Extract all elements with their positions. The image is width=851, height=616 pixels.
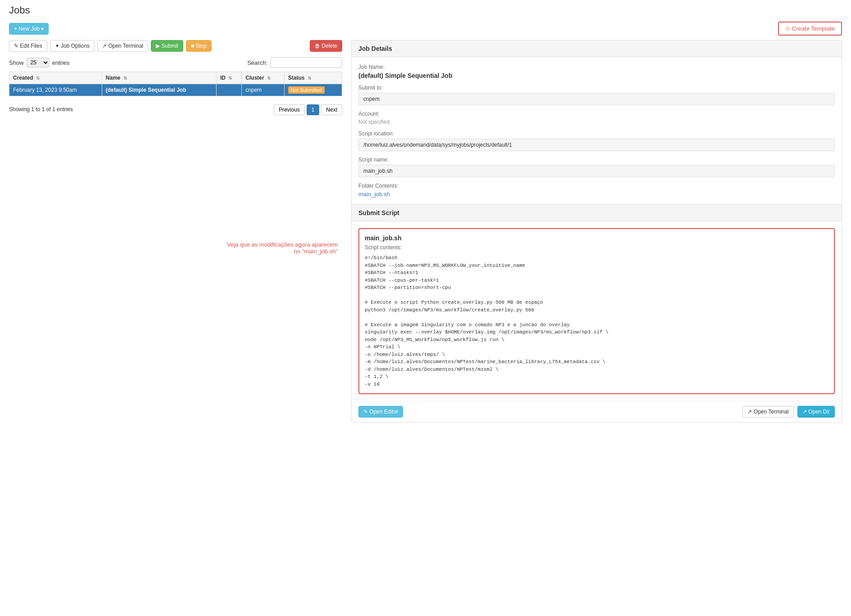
table-row[interactable]: February 13, 2023 9:50am (default) Simpl… bbox=[9, 84, 342, 96]
job-details-body: Job Name: (default) Simple Sequential Jo… bbox=[352, 57, 842, 204]
folder-file-link[interactable]: main_job.sh bbox=[358, 191, 390, 198]
script-right-actions: ↗ Open Terminal ↗ Open Dir bbox=[742, 406, 835, 418]
next-button[interactable]: Next bbox=[321, 104, 342, 115]
edit-files-button[interactable]: ✎ Edit Files bbox=[9, 40, 47, 52]
col-cluster[interactable]: Cluster ⇅ bbox=[242, 72, 284, 84]
submit-to-label: Submit to: bbox=[358, 85, 835, 91]
annotation-text: Veja que as modificações agora aparecemn… bbox=[227, 241, 338, 255]
entries-label: entries bbox=[52, 59, 70, 66]
job-options-button[interactable]: ✦ Job Options bbox=[50, 40, 95, 52]
sort-icon-id: ⇅ bbox=[228, 76, 232, 81]
job-name-label: Job Name: bbox=[358, 64, 835, 70]
previous-button[interactable]: Previous bbox=[274, 104, 305, 115]
account-label: Account: bbox=[358, 111, 835, 117]
col-name[interactable]: Name ⇅ bbox=[102, 72, 216, 84]
sort-icon-cluster: ⇅ bbox=[267, 76, 271, 81]
sort-icon-status: ⇅ bbox=[308, 76, 311, 81]
sort-icon-name: ⇅ bbox=[123, 76, 127, 81]
left-panel: ✎ Edit Files ✦ Job Options ↗ Open Termin… bbox=[9, 40, 351, 423]
page-1-button[interactable]: 1 bbox=[307, 104, 320, 115]
account-value: Not specified bbox=[358, 119, 835, 125]
open-dir-button[interactable]: ↗ Open Dir bbox=[797, 406, 835, 418]
script-contents-label: Script contents: bbox=[365, 244, 828, 251]
col-created[interactable]: Created ⇅ bbox=[9, 72, 102, 84]
submit-script-header: Submit Script bbox=[352, 205, 842, 221]
showing-text: Showing 1 to 1 of 1 entries bbox=[9, 106, 73, 112]
script-code: #!/bin/bash #SBATCH --job-name=NP3_MS_WO… bbox=[365, 254, 828, 388]
job-name-value: (default) Simple Sequential Job bbox=[358, 72, 835, 79]
search-input[interactable] bbox=[270, 57, 342, 68]
submit-button[interactable]: ▶ Submit bbox=[151, 40, 183, 52]
open-terminal-button[interactable]: ↗ Open Terminal bbox=[97, 40, 148, 52]
col-status[interactable]: Status ⇅ bbox=[284, 72, 342, 84]
sort-icon-created: ⇅ bbox=[36, 76, 40, 81]
submit-script-section: Submit Script main_job.sh Script content… bbox=[352, 204, 842, 422]
entries-select[interactable]: 25 50 100 bbox=[27, 58, 50, 67]
create-template-button[interactable]: ✩ Create Template bbox=[778, 22, 842, 36]
col-id[interactable]: ID ⇅ bbox=[217, 72, 242, 84]
pagination: Previous 1 Next bbox=[274, 104, 342, 115]
show-label: Show bbox=[9, 59, 24, 66]
script-open-terminal-button[interactable]: ↗ Open Terminal bbox=[742, 406, 793, 418]
submit-to-value: cnpem bbox=[358, 93, 835, 105]
script-name-value: main_job.sh bbox=[358, 165, 835, 177]
script-actions: ✎ Open Editor ↗ Open Terminal ↗ Open Dir bbox=[352, 401, 842, 422]
annotation-area: Veja que as modificações agora aparecemn… bbox=[9, 241, 342, 255]
job-details-title: Job Details bbox=[358, 45, 835, 52]
page-title: Jobs bbox=[9, 4, 842, 16]
table-controls: Show 25 50 100 entries Search: bbox=[9, 57, 342, 68]
right-panel: Job Details Job Name: (default) Simple S… bbox=[351, 40, 842, 423]
script-name-label: Script name: bbox=[358, 157, 835, 163]
jobs-table: Created ⇅ Name ⇅ ID ⇅ Cluster ⇅ Status ⇅… bbox=[9, 72, 342, 96]
cell-name: (default) Simple Sequential Job bbox=[102, 84, 216, 96]
folder-file: main_job.sh bbox=[358, 191, 835, 198]
script-location-value: /home/luiz.alves/ondemand/data/sys/myjob… bbox=[358, 139, 835, 151]
search-box: Search: bbox=[247, 57, 342, 68]
search-label: Search: bbox=[247, 59, 267, 66]
cell-id bbox=[217, 84, 242, 96]
submit-script-title: Submit Script bbox=[358, 209, 835, 216]
script-location-label: Script location: bbox=[358, 130, 835, 137]
script-box: main_job.sh Script contents: #!/bin/bash… bbox=[358, 228, 835, 394]
status-badge: Not Submitted bbox=[288, 86, 325, 94]
cell-cluster: cnpem bbox=[242, 84, 284, 96]
new-job-button[interactable]: + New Job ▾ bbox=[9, 23, 49, 35]
toolbar: ✎ Edit Files ✦ Job Options ↗ Open Termin… bbox=[9, 40, 342, 52]
script-filename: main_job.sh bbox=[365, 234, 828, 242]
show-entries: Show 25 50 100 entries bbox=[9, 58, 70, 67]
cell-created: February 13, 2023 9:50am bbox=[9, 84, 102, 96]
folder-contents-label: Folder Contents: bbox=[358, 183, 835, 189]
open-editor-button[interactable]: ✎ Open Editor bbox=[358, 406, 403, 418]
delete-button[interactable]: 🗑 Delete bbox=[310, 40, 342, 52]
main-content: ✎ Edit Files ✦ Job Options ↗ Open Termin… bbox=[9, 40, 842, 423]
job-details-header: Job Details bbox=[352, 40, 842, 57]
top-bar: + New Job ▾ ✩ Create Template bbox=[9, 22, 842, 36]
cell-status: Not Submitted bbox=[284, 84, 342, 96]
stop-button[interactable]: ■ Stop bbox=[186, 40, 212, 52]
